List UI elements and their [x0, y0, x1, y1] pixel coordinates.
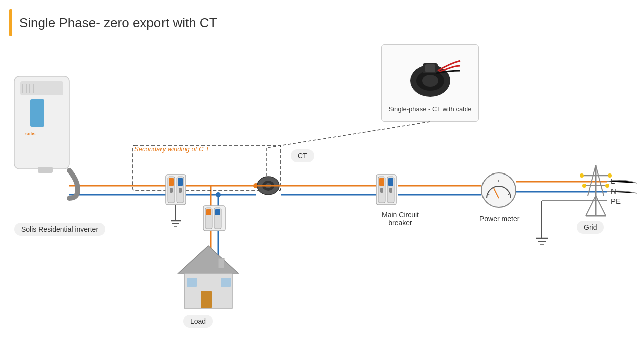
- svg-point-85: [605, 184, 609, 188]
- svg-rect-90: [221, 278, 231, 287]
- diagram-svg: solis: [0, 0, 644, 347]
- grid-label: Grid: [577, 221, 604, 234]
- svg-line-80: [596, 196, 606, 216]
- secondary-winding-label: Secondary winding of C T: [134, 145, 209, 153]
- svg-point-82: [580, 173, 584, 178]
- ct-label: CT: [291, 149, 314, 162]
- diagram-container: Single Phase- zero export with CT Single…: [0, 0, 644, 347]
- svg-line-31: [267, 122, 430, 148]
- svg-rect-52: [179, 188, 182, 193]
- svg-marker-86: [178, 246, 238, 273]
- load-label: Load: [183, 315, 213, 328]
- main-circuit-breaker-label: Main Circuit breaker: [375, 211, 425, 227]
- svg-rect-49: [169, 178, 174, 186]
- svg-rect-51: [170, 188, 173, 193]
- inverter-label: Solis Residential inverter: [14, 223, 105, 236]
- svg-line-79: [586, 196, 596, 216]
- power-meter-label: Power meter: [479, 215, 519, 223]
- svg-rect-88: [201, 291, 212, 308]
- svg-text:N: N: [611, 187, 616, 195]
- svg-point-84: [582, 184, 586, 188]
- svg-rect-63: [389, 188, 392, 193]
- svg-rect-50: [178, 178, 183, 186]
- svg-rect-67: [206, 209, 211, 215]
- svg-rect-60: [379, 178, 384, 186]
- svg-rect-61: [388, 178, 393, 186]
- svg-rect-91: [218, 258, 224, 268]
- svg-text:L: L: [611, 177, 615, 185]
- svg-rect-89: [187, 278, 197, 287]
- svg-rect-68: [215, 209, 220, 215]
- svg-rect-45: [38, 167, 53, 173]
- svg-point-69: [481, 173, 516, 207]
- svg-point-29: [216, 192, 221, 197]
- svg-rect-38: [20, 81, 63, 95]
- svg-text:solis: solis: [25, 131, 36, 136]
- svg-text:PE: PE: [611, 197, 621, 205]
- svg-rect-43: [30, 99, 44, 127]
- svg-rect-62: [380, 188, 383, 193]
